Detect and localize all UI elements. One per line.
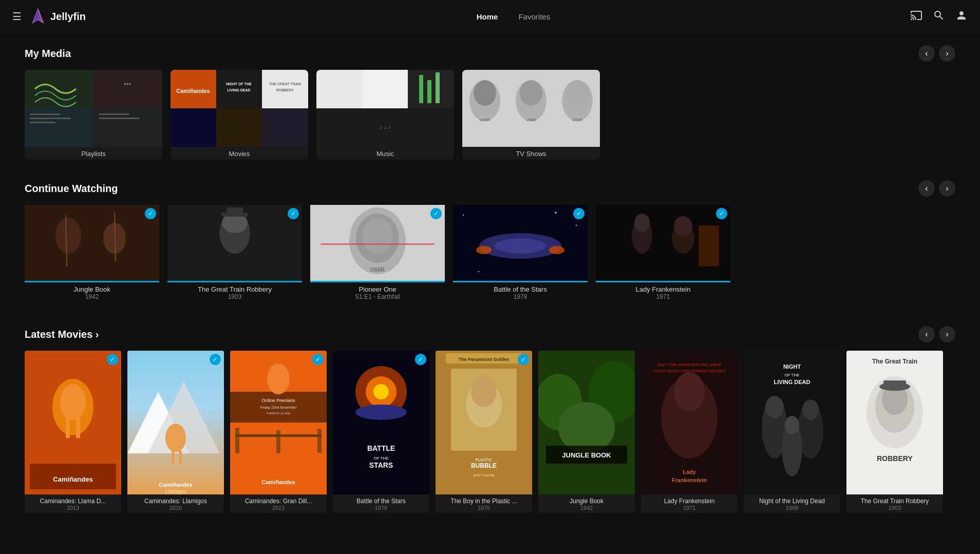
my-media-prev[interactable]: ‹ <box>918 45 935 62</box>
movie-info-cam-llama: Caminandes: Llama D... 2013 <box>25 494 121 513</box>
svg-point-63 <box>576 225 577 226</box>
svg-rect-0 <box>25 70 93 108</box>
continue-watching-row: Jungle Book 1942 The Great Tr <box>25 205 955 301</box>
continue-watching-next[interactable]: › <box>939 180 955 197</box>
latest-movies-link[interactable]: Latest Movies <box>25 329 92 340</box>
movie-title-night-dead: Night of the Living Dead <box>746 498 838 505</box>
movie-card-great-train[interactable]: The Great Train ROBBERY The Great Train … <box>846 351 943 513</box>
svg-rect-26 <box>436 72 440 103</box>
library-card-movies[interactable]: Camiñandes NIGHT OF THE LIVING DEAD THE … <box>171 70 308 160</box>
svg-rect-18 <box>171 108 216 147</box>
movie-card-cam-llamigos[interactable]: Camiñandes Llamigos Caminandes: Llamigos… <box>127 351 224 513</box>
cw-card-battle-stars[interactable]: Battle of the Stars 1978 <box>453 205 588 301</box>
cw-year-great-train: 1903 <box>169 293 300 300</box>
cw-card-jungle-book[interactable]: Jungle Book 1942 <box>25 205 159 301</box>
cw-year-lady-frank: 1971 <box>598 293 728 300</box>
svg-rect-44 <box>25 205 159 281</box>
app-logo[interactable]: Jellyfin <box>30 8 86 25</box>
movie-title-cam-llama: Caminandes: Llama D... <box>27 498 119 505</box>
movie-title-jungle-book: Jungle Book <box>540 498 633 505</box>
library-card-playlists[interactable]: ●●● Playlists <box>25 70 162 160</box>
nav-home[interactable]: Home <box>477 12 498 21</box>
movie-year-cam-gran: 2013 <box>232 505 325 511</box>
user-icon[interactable] <box>955 9 968 24</box>
movie-card-cam-gran[interactable]: Online Premiere Friday 22nd November THR… <box>230 351 327 513</box>
cw-title-pioneer-one: Pioneer One <box>312 285 443 293</box>
svg-text:THE GREAT TRAIN: THE GREAT TRAIN <box>269 82 301 86</box>
svg-rect-21 <box>316 70 362 108</box>
my-media-row: ●●● Playlists Camiñandes <box>25 70 955 160</box>
svg-point-31 <box>474 80 496 106</box>
svg-text:BATTLE: BATTLE <box>367 444 395 452</box>
svg-text:JUNGLE BOOK: JUNGLE BOOK <box>562 451 611 459</box>
library-card-music[interactable]: ♪ ♫ ♪ Music <box>316 70 454 160</box>
cw-check-battle-stars <box>573 208 585 219</box>
cw-title-battle-stars: Battle of the Stars <box>455 285 586 293</box>
movie-card-boy-bubble[interactable]: The Paramount Golden PLASTIC BUBBLE John… <box>436 351 532 513</box>
svg-text:BUBBLE: BUBBLE <box>471 462 497 469</box>
svg-text:Llamigos: Llamigos <box>165 489 186 494</box>
app-name: Jellyfin <box>50 11 86 23</box>
my-media-title: My Media <box>25 48 71 60</box>
svg-text:OF THE: OF THE <box>784 373 799 377</box>
my-media-header: My Media ‹ › <box>25 45 955 62</box>
svg-text:Lady: Lady <box>683 469 696 475</box>
latest-movies-nav: ‹ › <box>918 326 955 342</box>
svg-point-64 <box>478 271 479 272</box>
latest-movies-section: Latest Movies › ‹ › Camiñandes <box>0 314 980 517</box>
movie-card-cam-llama[interactable]: Camiñandes Caminandes: Llama D... 2013 <box>25 351 121 513</box>
latest-movies-next[interactable]: › <box>939 326 955 342</box>
latest-movies-prev[interactable]: ‹ <box>918 326 935 342</box>
my-media-next[interactable]: › <box>939 45 955 62</box>
library-label-tvshows: TV Shows <box>462 147 600 160</box>
cw-title-great-train: The Great Train Robbery <box>169 285 300 293</box>
svg-rect-75 <box>66 417 70 438</box>
svg-point-67 <box>634 214 650 232</box>
hamburger-menu[interactable]: ☰ <box>12 10 22 23</box>
movie-card-battle-stars[interactable]: BATTLE OF THE STARS Battle of the Stars … <box>333 351 429 513</box>
svg-rect-55 <box>321 243 435 245</box>
movie-info-night-dead: Night of the Living Dead 1968 <box>744 494 840 513</box>
latest-movies-header: Latest Movies › ‹ › <box>25 326 955 342</box>
cw-card-pioneer-one[interactable]: USSR Pioneer One S1:E1 - Earthfall <box>310 205 445 301</box>
svg-text:The Great Train: The Great Train <box>872 358 917 365</box>
movie-title-cam-llamigos: Caminandes: Llamigos <box>129 498 222 505</box>
movie-year-great-train: 1903 <box>849 505 941 511</box>
nav-actions <box>910 9 968 24</box>
movie-year-lady-frank: 1971 <box>643 505 736 511</box>
nav-favorites[interactable]: Favorites <box>518 12 550 21</box>
cw-card-lady-frank[interactable]: Lady Frankenstein 1971 <box>596 205 730 301</box>
search-icon[interactable] <box>933 9 945 24</box>
movie-card-jungle-book[interactable]: JUNGLE BOOK Jungle Book 1942 <box>538 351 635 513</box>
library-label-playlists: Playlists <box>25 147 162 160</box>
continue-watching-prev[interactable]: ‹ <box>918 180 935 197</box>
svg-rect-6 <box>30 118 71 119</box>
movie-year-battle-stars: 1978 <box>335 505 427 511</box>
svg-text:Friday 22nd November: Friday 22nd November <box>260 406 297 410</box>
movie-check-boy-bubble <box>518 354 529 365</box>
navbar: ☰ Jellyfin Home Favorites <box>0 0 980 33</box>
svg-text:ONLY THE MONSTER SHE MADE: ONLY THE MONSTER SHE MADE <box>657 362 721 367</box>
movie-check-cam-llama <box>107 354 118 365</box>
movie-card-lady-frank[interactable]: ONLY THE MONSTER SHE MADE COULD SATISFY … <box>641 351 738 513</box>
svg-text:USSR: USSR <box>480 118 489 122</box>
svg-point-102 <box>355 405 407 420</box>
cast-icon[interactable] <box>910 9 922 24</box>
library-card-tvshows[interactable]: USSR USSR USSR TV Shows <box>462 70 600 160</box>
svg-text:USSR: USSR <box>526 118 536 122</box>
svg-text:Frankenstein: Frankenstein <box>672 477 707 483</box>
svg-point-53 <box>362 218 393 254</box>
movie-title-cam-gran: Caminandes: Gran Dill... <box>232 498 325 505</box>
movie-card-night-dead[interactable]: NIGHT OF THE LIVING DEAD Night of the Li… <box>744 351 840 513</box>
svg-rect-1 <box>93 70 162 108</box>
svg-text:LIVING DEAD: LIVING DEAD <box>774 379 811 385</box>
movie-year-jungle-book: 1942 <box>540 505 633 511</box>
svg-rect-9 <box>99 118 140 119</box>
svg-point-69 <box>674 216 692 237</box>
svg-rect-19 <box>216 108 262 147</box>
cw-check-lady-frank <box>716 208 727 219</box>
cw-card-great-train[interactable]: The Great Train Robbery 1903 <box>167 205 302 301</box>
svg-text:Camiñandes: Camiñandes <box>53 475 92 483</box>
svg-point-34 <box>520 80 542 106</box>
svg-rect-5 <box>30 113 61 115</box>
